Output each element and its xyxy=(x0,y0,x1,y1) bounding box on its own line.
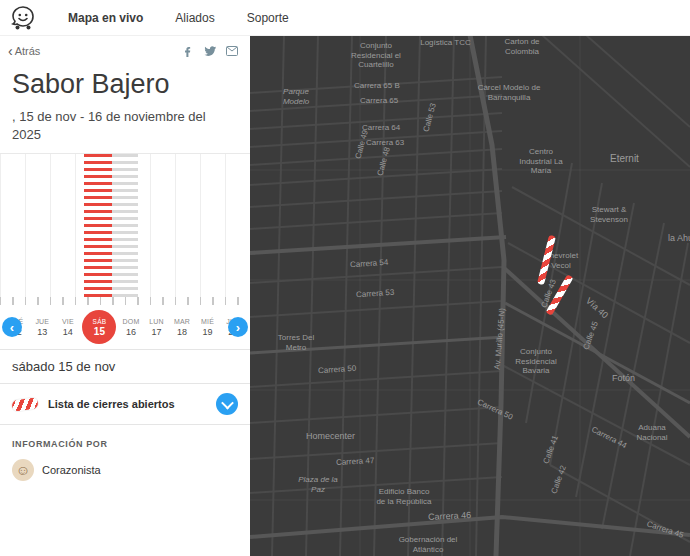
info-by-heading: INFORMACIÓN POR xyxy=(0,425,250,453)
expand-closures-button[interactable] xyxy=(216,393,238,415)
day-num: 15 xyxy=(94,326,105,337)
map-label: Cárcel Modelo de Barranquilla xyxy=(476,83,542,102)
email-icon[interactable] xyxy=(226,46,238,56)
day-num: 17 xyxy=(151,327,161,337)
nav-item-soporte[interactable]: Soporte xyxy=(247,11,289,25)
map-label: Parque Modelo xyxy=(276,87,316,106)
page: Mapa en vivo Aliados Soporte ‹ Atrás xyxy=(0,0,690,556)
back-label: Atrás xyxy=(15,45,41,57)
map-label: Stewart & Stevenson xyxy=(580,205,638,224)
nav-item-aliados[interactable]: Aliados xyxy=(175,11,214,25)
map-label: Carrera 63 xyxy=(366,138,404,147)
map-label: Aduana Nacional xyxy=(628,423,676,442)
map-label: Carrera 64 xyxy=(362,123,400,132)
day-num: 13 xyxy=(37,327,47,337)
day-item-mie19[interactable]: MIÉ 19 xyxy=(197,318,219,337)
map-label: Gobernación del Atlántico xyxy=(396,535,460,554)
map-label: Fotón xyxy=(612,373,635,383)
twitter-icon[interactable] xyxy=(204,45,216,57)
closure-active-column xyxy=(84,154,112,297)
map-label: Conjunto Residencial Bavaria xyxy=(505,347,567,376)
day-num: 16 xyxy=(126,327,136,337)
map-label: Edificio Banco de la República xyxy=(376,487,432,506)
provider-name: Corazonista xyxy=(42,464,101,476)
next-day-button[interactable]: › xyxy=(228,317,248,337)
day-num: 18 xyxy=(177,327,187,337)
day-abbr: LUN xyxy=(149,318,164,325)
striped-barrier-icon xyxy=(11,397,38,412)
map-label: Carrera 65 xyxy=(360,96,398,105)
map-label: Carrera 65 B xyxy=(354,81,400,90)
map-label: Plaza de la Paz xyxy=(298,475,338,494)
day-abbr: VIE xyxy=(62,318,74,325)
map-label: Torres Del Metro xyxy=(274,333,318,352)
provider-row: ☺ Corazonista xyxy=(0,453,250,487)
day-item-lun17[interactable]: LUN 17 xyxy=(146,318,168,337)
day-item-sab15-selected[interactable]: SÁB 15 xyxy=(82,310,116,344)
day-abbr: JUE xyxy=(35,318,49,325)
back-button[interactable]: ‹ Atrás xyxy=(8,45,40,57)
closure-timeline-chart xyxy=(0,153,250,297)
day-item-dom16[interactable]: DOM 16 xyxy=(120,318,142,337)
event-panel: ‹ Atrás Sabor Bajero , 15 de nov - 16 de… xyxy=(0,35,250,556)
day-num: 14 xyxy=(63,327,73,337)
chevron-down-icon xyxy=(221,396,234,409)
map-label: Homecenter xyxy=(306,431,355,441)
waze-logo-icon[interactable] xyxy=(10,5,36,31)
day-abbr: DOM xyxy=(122,318,139,325)
closures-label: Lista de cierres abiertos xyxy=(48,398,175,410)
timeline-tick-marks xyxy=(0,297,250,305)
selected-day-heading: sábado 15 de nov xyxy=(0,349,250,384)
day-abbr: MIÉ xyxy=(201,318,214,325)
back-row: ‹ Atrás xyxy=(0,35,250,61)
map-label: Centro Industrial La María xyxy=(512,147,570,176)
map-label: Carton de Colombia xyxy=(498,37,546,56)
event-date-range: , 15 de nov - 16 de noviembre del 2025 xyxy=(0,102,250,153)
waze-smiley-icon xyxy=(10,5,36,31)
chevron-left-icon: ‹ xyxy=(8,46,13,56)
map-label: la Ahu xyxy=(668,233,690,243)
map-label: Eternit xyxy=(610,153,639,164)
day-num: 19 xyxy=(203,327,213,337)
share-icons xyxy=(183,45,238,57)
day-abbr: SÁB xyxy=(93,318,107,325)
day-selector: ‹ MIÉ 12 JUE 13 VIE 14 SÁB 15 DOM 16 xyxy=(0,305,250,349)
provider-avatar: ☺ xyxy=(12,459,34,481)
nav-item-mapa-en-vivo[interactable]: Mapa en vivo xyxy=(68,11,143,25)
prev-day-button[interactable]: ‹ xyxy=(2,317,22,337)
closures-list-row[interactable]: Lista de cierres abiertos xyxy=(0,384,250,425)
page-title: Sabor Bajero xyxy=(0,61,250,102)
top-navbar: Mapa en vivo Aliados Soporte xyxy=(0,0,690,36)
day-abbr: MAR xyxy=(174,318,190,325)
day-item-jue13[interactable]: JUE 13 xyxy=(31,318,53,337)
closure-secondary-column xyxy=(112,154,138,297)
map-label: Conjunto Residencial el Cuartelillo xyxy=(345,41,407,70)
day-item-vie14[interactable]: VIE 14 xyxy=(57,318,79,337)
live-map[interactable]: Conjunto Residencial el Cuartelillo Logí… xyxy=(250,35,690,556)
facebook-icon[interactable] xyxy=(183,46,194,57)
day-item-mar18[interactable]: MAR 18 xyxy=(171,318,193,337)
map-label: Logística TCC xyxy=(418,38,473,48)
